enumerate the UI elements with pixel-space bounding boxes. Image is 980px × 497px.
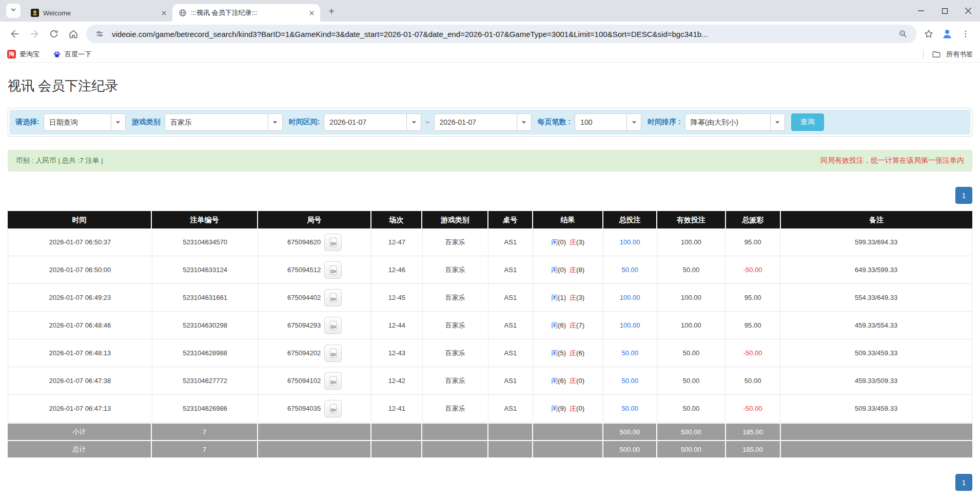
tune-icon[interactable] xyxy=(92,30,107,38)
cell-table-no: AS1 xyxy=(488,256,533,283)
menu-kebab-icon[interactable] xyxy=(956,25,975,43)
cell-table-no: AS1 xyxy=(488,367,533,394)
query-type-select[interactable]: 日期查询 xyxy=(44,113,126,131)
globe-icon xyxy=(179,9,187,17)
player-points: (6) xyxy=(558,377,566,385)
player-points: (5) xyxy=(558,349,566,357)
cell-total-bet[interactable]: 50.00 xyxy=(603,367,657,394)
summary-bar: 币别 : 人民币 | 总共 :7 注单 | 同局有效投注，统一计算在该局第一张注… xyxy=(8,150,972,171)
sort-group: 时间排序 : 降幂(由大到小) xyxy=(648,113,785,131)
cell-table-no: AS1 xyxy=(488,312,533,339)
cell-payout: 95.00 xyxy=(726,312,780,339)
footer-cell: 185.00 xyxy=(726,424,781,440)
per-page-value: 100 xyxy=(575,114,626,130)
window-controls xyxy=(909,0,980,22)
table-body: 2026-01-07 06:50:37 523104634570 6750946… xyxy=(8,228,972,423)
video-replay-button[interactable] xyxy=(324,317,342,334)
round-id: 675094620 xyxy=(287,238,321,246)
table-row: 2026-01-07 06:50:00 523104633124 6750945… xyxy=(8,256,972,284)
zoom-icon[interactable] xyxy=(896,29,910,39)
bookmark-star-icon[interactable] xyxy=(919,25,938,43)
cell-payout: 95.00 xyxy=(726,284,780,311)
cell-time: 2026-01-07 06:48:13 xyxy=(8,339,152,367)
all-bookmarks-button[interactable]: 所有书签 xyxy=(923,50,973,59)
cell-time: 2026-01-07 06:50:00 xyxy=(8,256,152,283)
cell-total-bet[interactable]: 50.00 xyxy=(603,395,657,422)
per-page-label: 每页笔数 : xyxy=(538,118,571,127)
game-kind-select[interactable]: 百家乐 xyxy=(165,113,283,131)
cell-remark: 459.33/554.33 xyxy=(780,312,972,339)
table-row: 2026-01-07 06:47:38 523104627772 6750941… xyxy=(8,367,972,395)
reload-button[interactable] xyxy=(44,24,64,44)
minimize-button[interactable] xyxy=(909,0,933,22)
summary-totals: 币别 : 人民币 | 总共 :7 注单 | xyxy=(16,156,103,165)
cell-remark: 649.33/599.33 xyxy=(780,256,972,283)
banker-points: (0) xyxy=(576,405,584,412)
chevron-down-icon xyxy=(268,114,282,130)
cell-total-bet[interactable]: 50.00 xyxy=(603,256,657,283)
banker-label: 庄 xyxy=(570,404,576,413)
pagination-page-1-top[interactable]: 1 xyxy=(955,187,972,204)
forward-button[interactable] xyxy=(25,24,44,44)
close-window-button[interactable] xyxy=(956,0,980,22)
column-header: 备注 xyxy=(781,211,972,228)
profile-avatar[interactable] xyxy=(938,25,956,43)
video-replay-button[interactable] xyxy=(324,400,342,417)
bookmark-aitaobao[interactable]: 淘 爱淘宝 xyxy=(7,50,40,59)
footer-cell xyxy=(422,424,488,440)
video-replay-button[interactable] xyxy=(324,261,342,279)
chevron-down-icon xyxy=(10,6,17,15)
date-start-select[interactable]: 2026-01-07 xyxy=(324,113,421,131)
chevron-down-icon xyxy=(406,114,421,130)
maximize-button[interactable] xyxy=(933,0,956,22)
cell-valid-bet: 100.00 xyxy=(657,312,726,339)
query-type-label: 请选择: xyxy=(15,118,40,127)
cell-game-kind: 百家乐 xyxy=(423,256,489,283)
pagination-page-1-bottom[interactable]: 1 xyxy=(955,474,972,491)
column-header: 游戏类别 xyxy=(422,211,488,228)
back-button[interactable] xyxy=(5,24,25,44)
footer-cell: 7 xyxy=(152,424,258,440)
home-button[interactable] xyxy=(64,24,83,44)
url-text[interactable]: videoie.com/game/betrecord_search/kind3?… xyxy=(112,30,896,39)
footer-cell xyxy=(258,424,371,440)
banker-label: 庄 xyxy=(570,321,576,330)
cell-total-bet[interactable]: 100.00 xyxy=(603,312,657,339)
video-replay-button[interactable] xyxy=(324,234,342,251)
table-footer-row: 总计7500.00500.00185.00 xyxy=(8,440,972,457)
cell-total-bet[interactable]: 100.00 xyxy=(603,284,657,311)
cell-bet-id: 523104628988 xyxy=(152,339,259,367)
close-icon[interactable] xyxy=(159,8,168,17)
cell-round-id: 675094293 xyxy=(258,312,371,339)
url-bar[interactable]: videoie.com/game/betrecord_search/kind3?… xyxy=(86,25,916,43)
tab-search-button[interactable] xyxy=(6,4,21,18)
cell-total-bet[interactable]: 100.00 xyxy=(603,228,657,256)
new-tab-button[interactable]: + xyxy=(324,4,339,18)
cell-total-bet[interactable]: 50.00 xyxy=(603,339,657,367)
search-button[interactable]: 查询 xyxy=(791,113,824,131)
cell-round-id: 675094402 xyxy=(258,284,371,311)
sort-select[interactable]: 降幂(由大到小) xyxy=(685,113,785,131)
date-end-select[interactable]: 2026-01-07 xyxy=(434,113,532,131)
footer-cell xyxy=(371,424,423,440)
date-end-value: 2026-01-07 xyxy=(435,114,517,130)
player-points: (1) xyxy=(558,294,566,301)
chevron-down-icon xyxy=(770,114,785,130)
table-row: 2026-01-07 06:48:46 523104630298 6750942… xyxy=(8,312,972,339)
table-row: 2026-01-07 06:49:23 523104631661 6750944… xyxy=(8,284,972,312)
video-replay-button[interactable] xyxy=(324,289,342,307)
bookmark-baidu[interactable]: 百度一下 xyxy=(53,50,91,59)
footer-cell: 500.00 xyxy=(603,441,657,457)
bookmark-label: 百度一下 xyxy=(65,50,91,59)
video-replay-button[interactable] xyxy=(324,345,342,362)
per-page-select[interactable]: 100 xyxy=(575,113,641,131)
tab-welcome[interactable]: Welcome xyxy=(25,4,172,22)
tab-bet-record[interactable]: :::视讯 会员下注纪录::: xyxy=(172,4,320,22)
game-kind-label: 游戏类别 xyxy=(132,118,161,127)
video-replay-button[interactable] xyxy=(324,372,342,390)
cell-session: 12-42 xyxy=(371,367,423,394)
close-icon[interactable] xyxy=(307,8,316,17)
filter-panel: 请选择: 日期查询 游戏类别 百家乐 时间区间: 2026-01-07 xyxy=(8,108,972,137)
cell-round-id: 675094202 xyxy=(258,339,371,367)
cell-result: 闲(0)庄(3) xyxy=(533,228,603,256)
